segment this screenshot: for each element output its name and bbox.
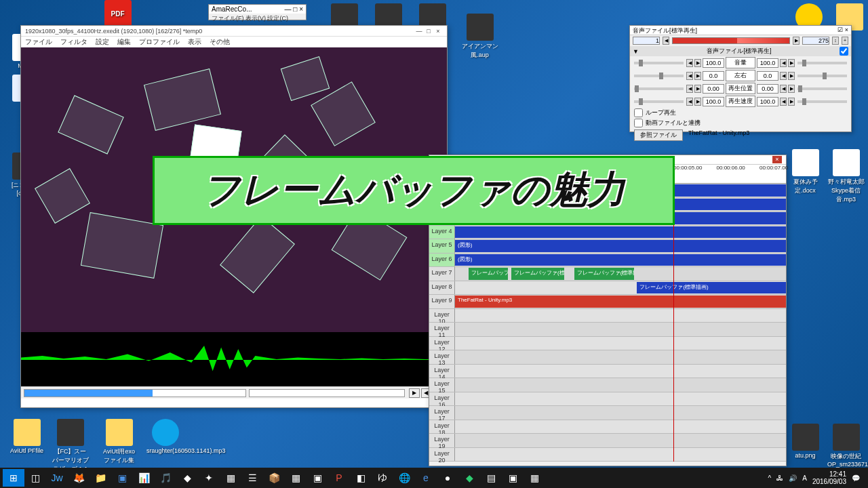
audio-properties-window[interactable]: 音声ファイル[標準再生]☑ × ◀ ▶ ↕ + ▼音声ファイル[標準再生] ◀▶… bbox=[629, 25, 852, 132]
step-left2[interactable]: ◀ bbox=[780, 72, 787, 80]
window-controls[interactable]: —□× bbox=[414, 28, 443, 35]
frame-start-input[interactable] bbox=[633, 37, 660, 45]
layer-track[interactable] bbox=[455, 337, 786, 350]
taskbar-app[interactable]: 🦊 bbox=[68, 469, 90, 487]
step-right2[interactable]: ▶ bbox=[788, 98, 795, 106]
value-right[interactable]: 100.0 bbox=[757, 97, 778, 106]
tray-volume-icon[interactable]: 🔊 bbox=[789, 474, 797, 482]
slider-right[interactable] bbox=[797, 87, 847, 90]
layer-label[interactable]: Layer 16 bbox=[429, 392, 455, 406]
layer-label[interactable]: Layer 8 bbox=[429, 281, 455, 295]
value-left[interactable]: 100.0 bbox=[703, 97, 724, 106]
clip[interactable]: フレームバッファ(標準描画) bbox=[574, 268, 634, 280]
desktop-icon-sraughter[interactable]: sraughter(160503.1141).mp3 bbox=[146, 419, 184, 454]
clip[interactable]: (図形) bbox=[455, 254, 786, 266]
timeline-layer-16[interactable]: Layer 16 bbox=[429, 392, 786, 407]
layer-track[interactable] bbox=[455, 434, 786, 447]
timeline-layer-6[interactable]: Layer 6(図形) bbox=[429, 253, 786, 268]
start-button[interactable]: ⊞ bbox=[3, 469, 24, 487]
timeline-layer-9[interactable]: Layer 9TheFatRat - Unity.mp3 bbox=[429, 295, 786, 309]
frame-next[interactable]: ▶ bbox=[793, 37, 800, 45]
layer-label[interactable]: Layer 19 bbox=[429, 434, 455, 447]
prop-label[interactable]: 再生位置 bbox=[726, 83, 755, 94]
taskbar-app[interactable]: 🎵 bbox=[155, 469, 176, 487]
taskbar-app[interactable]: 📁 bbox=[90, 469, 111, 487]
taskbar-app[interactable]: e bbox=[415, 469, 437, 487]
layer-track[interactable]: (図形) bbox=[455, 253, 786, 267]
timeline-layer-15[interactable]: Layer 15 bbox=[429, 378, 786, 392]
layer-label[interactable]: Layer 15 bbox=[429, 378, 455, 392]
layer-track[interactable] bbox=[455, 309, 786, 323]
taskbar-app[interactable]: ◧ bbox=[350, 469, 372, 487]
slider-left[interactable] bbox=[634, 75, 684, 77]
desktop-icon-nonomura[interactable]: 野々村竜太郎Skype着信音.mp3 bbox=[827, 149, 865, 204]
tray-ime-icon[interactable]: A bbox=[802, 474, 807, 482]
value-left[interactable]: 100.0 bbox=[703, 58, 724, 68]
slider-left[interactable] bbox=[634, 87, 684, 90]
amarec-window[interactable]: AmaRecCo...— □ × ファイル(F) 表示(V) 設定(C) bbox=[208, 4, 307, 20]
layer-label[interactable]: Layer 4 bbox=[429, 226, 455, 239]
timeline-layer-19[interactable]: Layer 19 bbox=[429, 434, 786, 448]
taskbar-app[interactable]: ▦ bbox=[524, 469, 545, 487]
value-right[interactable]: 100.0 bbox=[757, 58, 778, 68]
collapse-icon[interactable]: ▼ bbox=[633, 48, 639, 55]
step-left[interactable]: ◀ bbox=[686, 59, 693, 67]
step-right2[interactable]: ▶ bbox=[788, 59, 795, 67]
layer-label[interactable]: Layer 7 bbox=[429, 267, 455, 281]
progress-bar-2[interactable] bbox=[249, 389, 405, 397]
layer-track[interactable] bbox=[455, 226, 786, 239]
timeline-layer-4[interactable]: Layer 4 bbox=[429, 226, 786, 240]
layer-track[interactable] bbox=[455, 350, 786, 364]
amarec-menu[interactable]: ファイル(F) 表示(V) 設定(C) bbox=[209, 14, 306, 24]
move-up[interactable]: ↕ bbox=[832, 37, 839, 45]
step-right[interactable]: ▶ bbox=[694, 72, 701, 80]
desktop-icon-natsuyasumi[interactable]: 夏休み予定.docx bbox=[787, 149, 824, 195]
desktop-icon-aviutl-pfile[interactable]: AviUtl PFfile bbox=[8, 419, 45, 454]
taskbar-app[interactable]: ▤ bbox=[480, 469, 502, 487]
layer-label[interactable]: Layer 5 bbox=[429, 239, 455, 253]
layer-track[interactable]: フレームバッファフレームバッファ(標準フレームバッファ(標準描画) bbox=[455, 267, 786, 281]
step-left2[interactable]: ◀ bbox=[780, 85, 787, 93]
step-left[interactable]: ◀ bbox=[686, 98, 693, 106]
timeline-layer-18[interactable]: Layer 18 bbox=[429, 420, 786, 434]
taskbar-app[interactable]: ▦ bbox=[285, 469, 307, 487]
section-enable[interactable] bbox=[840, 47, 848, 56]
taskbar-app[interactable]: ◆ bbox=[176, 469, 198, 487]
window-controls[interactable]: — □ × bbox=[285, 5, 303, 13]
layer-track[interactable] bbox=[455, 448, 786, 462]
layer-label[interactable]: Layer 18 bbox=[429, 420, 455, 434]
layer-label[interactable]: Layer 17 bbox=[429, 406, 455, 420]
layer-track[interactable] bbox=[455, 365, 786, 378]
step-left[interactable]: ◀ bbox=[686, 72, 693, 80]
link-checkbox[interactable] bbox=[634, 119, 643, 127]
desktop-icon-pdf[interactable]: PDF bbox=[99, 0, 136, 28]
layer-label[interactable]: Layer 12 bbox=[429, 337, 455, 350]
taskbar-app[interactable]: 📊 bbox=[133, 469, 155, 487]
tray-network-icon[interactable]: 🖧 bbox=[776, 474, 783, 482]
value-right[interactable]: 0.0 bbox=[757, 71, 778, 81]
clip[interactable]: (図形) bbox=[455, 240, 786, 252]
notifications-icon[interactable]: 💬 bbox=[852, 474, 860, 482]
frame-end-input[interactable] bbox=[802, 37, 829, 45]
value-right[interactable]: 0.00 bbox=[757, 84, 778, 94]
timeline-layer-12[interactable]: Layer 12 bbox=[429, 337, 786, 351]
frame-range-bar[interactable] bbox=[672, 37, 790, 44]
progress-bar[interactable] bbox=[24, 389, 246, 397]
layer-label[interactable]: Layer 14 bbox=[429, 365, 455, 378]
clip[interactable]: TheFatRat - Unity.mp3 bbox=[455, 296, 786, 308]
timeline-layer-5[interactable]: Layer 5(図形) bbox=[429, 239, 786, 253]
clip[interactable]: フレームバッファ bbox=[469, 268, 509, 280]
step-left2[interactable]: ◀ bbox=[780, 98, 787, 106]
desktop-icon-atu[interactable]: atu.png bbox=[787, 424, 824, 459]
close-button[interactable]: × bbox=[772, 156, 782, 163]
timeline-layer-7[interactable]: Layer 7フレームバッファフレームバッファ(標準フレームバッファ(標準描画) bbox=[429, 267, 786, 281]
system-tray[interactable]: ^ 🖧 🔊 A 12:41 2016/09/03 💬 bbox=[768, 470, 865, 485]
step-right2[interactable]: ▶ bbox=[788, 72, 795, 80]
loop-checkbox[interactable] bbox=[634, 108, 643, 117]
layer-label[interactable]: Layer 13 bbox=[429, 350, 455, 364]
prop-label[interactable]: 左右 bbox=[726, 70, 755, 81]
taskbar-app[interactable]: ゆ bbox=[372, 469, 393, 487]
timeline-layer-8[interactable]: Layer 8フレームバッファ(標準描画) bbox=[429, 281, 786, 296]
taskbar-app[interactable]: ● bbox=[437, 469, 458, 487]
step-left2[interactable]: ◀ bbox=[780, 59, 787, 67]
